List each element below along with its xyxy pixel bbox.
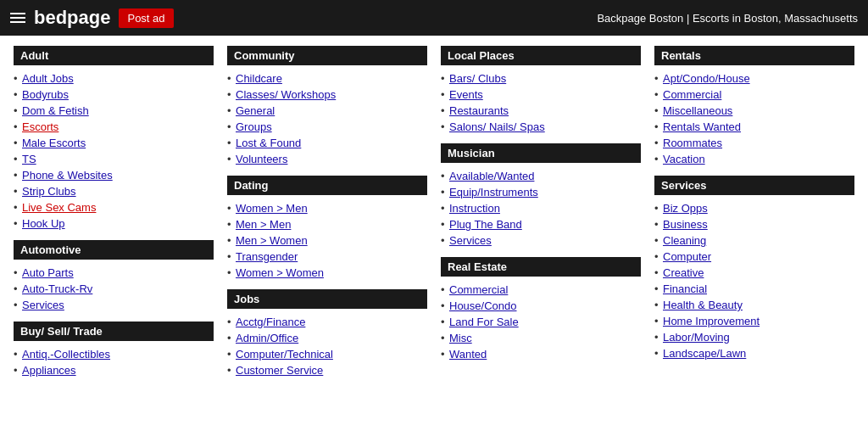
list-item: Dom & Fetish [14, 103, 214, 119]
list-item: TS [14, 151, 214, 167]
link-3-1-0[interactable]: Biz Opps [663, 202, 708, 215]
link-0-0-8[interactable]: Live Sex Cams [22, 201, 96, 214]
link-3-0-2[interactable]: Miscellaneous [663, 104, 732, 117]
link-1-1-0[interactable]: Women > Men [236, 202, 308, 215]
link-3-1-3[interactable]: Computer [663, 250, 711, 263]
post-ad-button[interactable]: Post ad [119, 8, 173, 28]
list-item: Available/Wanted [441, 168, 641, 184]
link-1-0-0[interactable]: Childcare [236, 72, 282, 85]
link-2-1-0[interactable]: Available/Wanted [449, 170, 534, 182]
list-item: Live Sex Cams [14, 199, 214, 215]
list-item: Acctg/Finance [227, 314, 427, 330]
link-3-0-1[interactable]: Commercial [663, 88, 721, 101]
link-0-0-5[interactable]: TS [22, 153, 36, 165]
hamburger-menu[interactable] [10, 13, 25, 23]
link-1-2-3[interactable]: Customer Service [236, 364, 323, 377]
list-item: Customer Service [227, 362, 427, 378]
section-title-2-1: Musician [441, 143, 641, 163]
link-3-1-2[interactable]: Cleaning [663, 234, 706, 247]
link-3-1-9[interactable]: Landscape/Lawn [663, 347, 746, 360]
list-item: Bars/ Clubs [441, 70, 641, 87]
link-2-2-1[interactable]: House/Condo [449, 299, 517, 312]
header-left: bedpage Post ad [10, 7, 174, 29]
link-3-0-0[interactable]: Apt/Condo/House [663, 72, 750, 85]
link-0-1-2[interactable]: Services [22, 299, 64, 311]
link-0-1-1[interactable]: Auto-Truck-Rv [22, 282, 92, 295]
list-item: Business [654, 216, 854, 232]
list-item: Misc [441, 330, 641, 346]
section-title-1-0: Community [227, 46, 427, 65]
link-3-1-5[interactable]: Financial [663, 282, 707, 295]
section-list-1-1: Women > MenMen > MenMen > WomenTransgend… [227, 200, 427, 281]
link-2-2-4[interactable]: Wanted [449, 348, 487, 361]
link-1-2-0[interactable]: Acctg/Finance [236, 316, 305, 328]
link-2-1-2[interactable]: Instruction [449, 202, 500, 215]
link-2-0-1[interactable]: Events [449, 88, 483, 101]
link-0-0-7[interactable]: Strip Clubs [22, 185, 76, 198]
link-3-1-6[interactable]: Health & Beauty [663, 299, 743, 311]
link-3-0-4[interactable]: Roommates [663, 137, 722, 149]
link-2-2-2[interactable]: Land For Sale [449, 316, 519, 328]
link-3-1-7[interactable]: Home Improvement [663, 315, 760, 327]
link-2-1-3[interactable]: Plug The Band [449, 218, 522, 231]
link-2-1-4[interactable]: Services [449, 234, 492, 247]
link-3-1-8[interactable]: Labor/Moving [663, 331, 730, 344]
list-item: General [227, 103, 427, 119]
link-1-0-1[interactable]: Classes/ Workshops [236, 88, 336, 101]
section-title-0-1: Automotive [14, 240, 214, 260]
list-item: Apt/Condo/House [654, 70, 854, 87]
section-list-2-2: CommercialHouse/CondoLand For SaleMiscWa… [441, 282, 641, 362]
list-item: Women > Women [227, 265, 427, 281]
list-item: Roommates [654, 135, 854, 151]
site-logo: bedpage [34, 7, 110, 29]
list-item: Commercial [654, 87, 854, 103]
section-list-2-0: Bars/ ClubsEventsRestaurantsSalons/ Nail… [441, 70, 641, 135]
section-title-1-2: Jobs [227, 289, 427, 309]
section-list-0-1: Auto PartsAuto-Truck-RvServices [14, 265, 214, 313]
link-0-2-0[interactable]: Antiq.-Collectibles [22, 348, 110, 361]
section-list-0-0: Adult JobsBodyrubsDom & FetishEscortsMal… [14, 70, 214, 232]
link-0-2-1[interactable]: Appliances [22, 364, 76, 377]
list-item: Male Escorts [14, 135, 214, 151]
list-item: Strip Clubs [14, 183, 214, 199]
link-2-2-0[interactable]: Commercial [449, 283, 508, 296]
link-1-0-4[interactable]: Lost & Found [236, 137, 301, 149]
list-item: Miscellaneous [654, 103, 854, 119]
list-item: Men > Women [227, 232, 427, 249]
link-1-2-1[interactable]: Admin/Office [236, 332, 298, 344]
section-title-0-2: Buy/ Sell/ Trade [14, 322, 214, 341]
link-3-0-5[interactable]: Vacation [663, 153, 705, 165]
link-1-0-2[interactable]: General [236, 104, 275, 117]
section-list-3-0: Apt/Condo/HouseCommercialMiscellaneousRe… [654, 70, 854, 167]
link-1-0-5[interactable]: Volunteers [236, 153, 287, 165]
list-item: Plug The Band [441, 216, 641, 232]
link-3-0-3[interactable]: Rentals Wanted [663, 120, 741, 133]
link-0-0-9[interactable]: Hook Up [22, 217, 65, 230]
link-2-0-2[interactable]: Restaurants [449, 104, 509, 117]
list-item: Computer [654, 249, 854, 265]
link-2-1-1[interactable]: Equip/Instruments [449, 186, 538, 199]
link-0-0-1[interactable]: Bodyrubs [22, 88, 69, 101]
link-1-1-1[interactable]: Men > Men [236, 218, 291, 231]
link-0-0-4[interactable]: Male Escorts [22, 137, 86, 149]
link-1-1-4[interactable]: Women > Women [236, 266, 324, 279]
link-1-0-3[interactable]: Groups [236, 120, 272, 133]
list-item: Vacation [654, 151, 854, 167]
link-1-1-3[interactable]: Transgender [236, 250, 298, 263]
link-0-1-0[interactable]: Auto Parts [22, 266, 74, 279]
link-2-0-0[interactable]: Bars/ Clubs [449, 72, 506, 85]
list-item: Adult Jobs [14, 70, 214, 87]
link-0-0-2[interactable]: Dom & Fetish [22, 104, 89, 117]
link-0-0-0[interactable]: Adult Jobs [22, 72, 74, 85]
link-0-0-3[interactable]: Escorts [22, 120, 58, 133]
list-item: Landscape/Lawn [654, 345, 854, 361]
link-3-1-1[interactable]: Business [663, 218, 708, 231]
section-list-3-1: Biz OppsBusinessCleaningComputerCreative… [654, 200, 854, 361]
link-1-1-2[interactable]: Men > Women [236, 234, 308, 247]
link-0-0-6[interactable]: Phone & Websites [22, 169, 113, 182]
list-item: Escorts [14, 119, 214, 135]
link-3-1-4[interactable]: Creative [663, 266, 704, 279]
link-1-2-2[interactable]: Computer/Technical [236, 348, 333, 361]
link-2-0-3[interactable]: Salons/ Nails/ Spas [449, 120, 545, 133]
link-2-2-3[interactable]: Misc [449, 332, 472, 344]
